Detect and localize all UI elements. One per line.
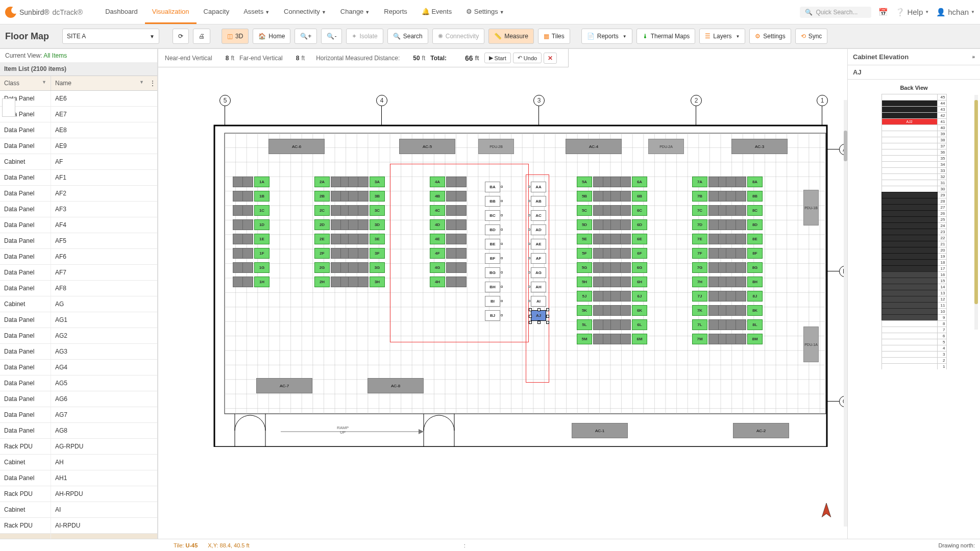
cabinet[interactable]: 3C — [370, 205, 385, 216]
cabinet[interactable]: 3B — [370, 191, 385, 202]
ac-unit[interactable]: AC-3 — [731, 139, 788, 154]
nav-events[interactable]: 🔔 Events — [414, 1, 459, 24]
connectivity-button[interactable]: ✺Connectivity — [432, 29, 484, 44]
elevation-scrollbar[interactable] — [974, 95, 978, 330]
ru-slot[interactable] — [881, 112, 938, 118]
ru-slot[interactable] — [881, 327, 938, 333]
cabinet[interactable]: 8K — [747, 305, 763, 316]
cabinet[interactable]: 2A — [314, 177, 330, 187]
cabinet[interactable]: AG — [531, 267, 546, 278]
ru-slot[interactable] — [881, 271, 938, 278]
item-row[interactable]: Data PanelAF8 — [0, 281, 157, 296]
cabinet[interactable]: 8E — [747, 234, 763, 244]
pdu-unit[interactable]: PDU-2A — [648, 139, 684, 154]
cabinet[interactable]: 7K — [692, 305, 707, 316]
item-row[interactable]: Data PanelAF6 — [0, 249, 157, 265]
ac-unit[interactable]: AC-1 — [572, 423, 628, 438]
ru-slot[interactable] — [881, 290, 938, 296]
cabinet[interactable]: 6H — [632, 277, 647, 287]
item-row[interactable]: Rack PDUAH-RPDU — [0, 486, 157, 502]
column-options-button[interactable]: ⋮ — [148, 76, 157, 90]
measure-undo-button[interactable]: ↶Undo — [513, 53, 542, 63]
ru-slot[interactable] — [881, 284, 938, 290]
ru-slot[interactable] — [881, 259, 938, 265]
ru-slot[interactable] — [881, 222, 938, 229]
cabinet[interactable]: 6J — [632, 291, 647, 302]
measure-start-button[interactable]: ▶Start — [484, 53, 511, 63]
item-row[interactable]: CabinetAJ — [0, 534, 157, 539]
elevation-rack[interactable]: AJ2 — [881, 94, 938, 369]
item-row[interactable]: Data PanelAG8 — [0, 423, 157, 439]
item-row[interactable]: Rack PDUAG-RPDU — [0, 439, 157, 455]
cabinet[interactable]: 5H — [577, 277, 592, 287]
pdu-unit[interactable]: PDU-2B — [478, 139, 514, 154]
cabinet[interactable]: 3F — [370, 248, 385, 259]
cabinet[interactable]: 8G — [747, 262, 763, 273]
ru-slot[interactable] — [881, 216, 938, 222]
cabinet[interactable]: 3G — [370, 262, 385, 273]
cabinet[interactable]: 1G — [254, 262, 270, 273]
ru-slot[interactable] — [881, 210, 938, 216]
item-row[interactable]: Data PanelAG5 — [0, 375, 157, 391]
item-row[interactable]: Data PanelAE9 — [0, 138, 157, 154]
cabinet[interactable]: 1C — [254, 205, 270, 216]
cabinet[interactable]: 5E — [577, 234, 592, 244]
nav-reports[interactable]: Reports — [377, 1, 414, 24]
ru-slot[interactable] — [881, 247, 938, 253]
zoom-in-button[interactable]: 🔍+ — [295, 29, 317, 44]
nav-change[interactable]: Change▼ — [333, 1, 377, 24]
item-row[interactable]: Data PanelAG2 — [0, 328, 157, 344]
cabinet[interactable]: 4B — [430, 191, 445, 202]
ru-slot[interactable] — [881, 314, 938, 320]
ru-slot[interactable] — [881, 308, 938, 314]
ru-slot[interactable] — [881, 131, 938, 137]
ru-slot[interactable] — [881, 173, 938, 180]
nav-assets[interactable]: Assets▼ — [236, 1, 277, 24]
cabinet[interactable]: 7H — [692, 277, 707, 287]
cabinet[interactable]: 6D — [632, 219, 647, 230]
ru-slot[interactable] — [881, 253, 938, 259]
item-row[interactable]: CabinetAF — [0, 154, 157, 170]
cabinet[interactable]: 2E — [314, 234, 330, 244]
cabinet[interactable]: 6F — [632, 248, 647, 259]
cabinet[interactable]: 5M — [577, 334, 592, 344]
cabinet[interactable]: AD — [531, 224, 546, 235]
cabinet[interactable]: 1D — [254, 219, 270, 230]
ru-slot[interactable] — [881, 345, 938, 351]
tiles-button[interactable]: ▦Tiles — [538, 29, 570, 44]
cabinet[interactable]: 5J — [577, 291, 592, 302]
ru-slot[interactable] — [881, 320, 938, 327]
cabinet[interactable]: 7G — [692, 262, 707, 273]
reports-button[interactable]: 📄Reports — [581, 29, 632, 44]
item-row[interactable]: Data PanelAF7 — [0, 265, 157, 281]
cabinet[interactable]: 1B — [254, 191, 270, 202]
item-row[interactable]: Data PanelAG6 — [0, 391, 157, 407]
pdu-unit[interactable]: PDU-1A — [803, 327, 819, 362]
floorplan[interactable]: 54321ABCAC-6AC-5AC-4AC-3AC-7AC-8AC-1AC-2… — [199, 110, 832, 442]
cabinet[interactable]: 7F — [692, 248, 707, 259]
cabinet[interactable]: AI — [531, 296, 546, 307]
ru-slot[interactable] — [881, 351, 938, 357]
cabinet[interactable]: 5F — [577, 248, 592, 259]
item-row[interactable]: Data PanelAG4 — [0, 360, 157, 375]
cabinet[interactable]: 1A — [254, 177, 270, 187]
cabinet[interactable]: BE — [485, 239, 500, 249]
cabinet[interactable]: 8L — [747, 319, 763, 330]
item-row[interactable]: Rack PDUAI-RPDU — [0, 518, 157, 534]
cabinet[interactable]: 7J — [692, 291, 707, 302]
item-row[interactable]: Data PanelAF1 — [0, 170, 157, 186]
cabinet[interactable]: 4H — [430, 277, 445, 287]
search-button[interactable]: 🔍Search — [387, 29, 428, 44]
cabinet[interactable]: BI — [485, 296, 500, 307]
cabinet[interactable]: 8M — [747, 334, 763, 344]
cabinet[interactable]: 4C — [430, 205, 445, 216]
cabinet[interactable]: 4D — [430, 219, 445, 230]
nav-visualization[interactable]: Visualization — [145, 1, 197, 24]
ru-slot[interactable] — [881, 149, 938, 155]
ac-unit[interactable]: AC-8 — [368, 378, 424, 393]
ru-slot[interactable] — [881, 192, 938, 198]
cabinet[interactable]: 8B — [747, 191, 763, 202]
ru-slot[interactable] — [881, 124, 938, 131]
cabinet[interactable]: BJ — [485, 310, 500, 321]
cabinet[interactable]: 6B — [632, 191, 647, 202]
